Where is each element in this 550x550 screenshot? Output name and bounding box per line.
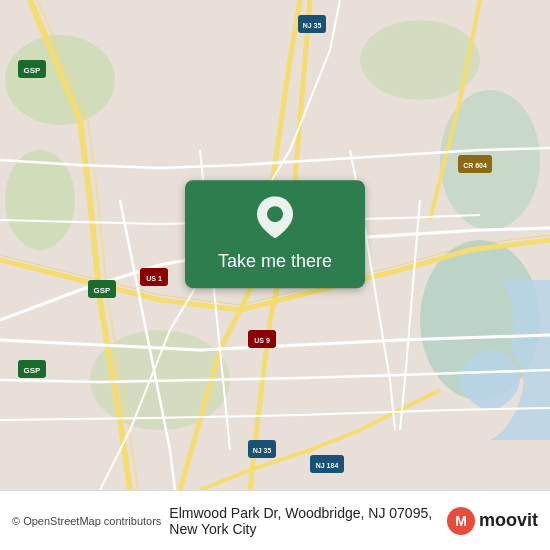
map-container: GSP GSP GSP NJ 35 NJ 35 US 1 US 9 CR 604… — [0, 0, 550, 490]
svg-text:GSP: GSP — [94, 286, 112, 295]
pin-icon — [257, 196, 293, 243]
svg-point-1 — [5, 35, 115, 125]
button-label: Take me there — [218, 251, 332, 272]
svg-text:NJ 35: NJ 35 — [253, 447, 272, 454]
moovit-text: moovit — [479, 510, 538, 531]
bottom-bar: © OpenStreetMap contributors Elmwood Par… — [0, 490, 550, 550]
svg-point-25 — [267, 206, 283, 222]
osm-credit: © OpenStreetMap contributors — [12, 515, 161, 527]
svg-text:US 9: US 9 — [254, 337, 270, 344]
svg-text:GSP: GSP — [24, 366, 42, 375]
svg-text:US 1: US 1 — [146, 275, 162, 282]
moovit-logo: M moovit — [447, 507, 538, 535]
address-text: Elmwood Park Dr, Woodbridge, NJ 07095, N… — [169, 505, 439, 537]
moovit-icon: M — [447, 507, 475, 535]
svg-text:CR 604: CR 604 — [463, 162, 487, 169]
svg-text:GSP: GSP — [24, 66, 42, 75]
svg-text:NJ 184: NJ 184 — [316, 462, 339, 469]
svg-text:NJ 35: NJ 35 — [303, 22, 322, 29]
take-me-there-button[interactable]: Take me there — [185, 180, 365, 288]
